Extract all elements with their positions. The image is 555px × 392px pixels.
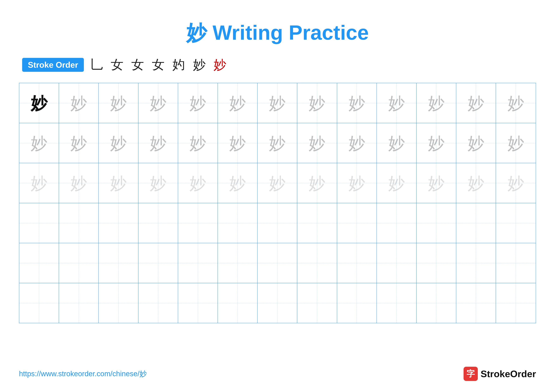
- grid-cell[interactable]: 妙: [416, 123, 456, 163]
- grid-cell[interactable]: 妙: [297, 123, 337, 163]
- grid-cell[interactable]: 妙: [218, 83, 258, 123]
- grid-cell[interactable]: [456, 203, 496, 243]
- cell-character: 妙: [349, 175, 365, 191]
- grid-cell[interactable]: 妙: [19, 163, 59, 203]
- grid-cell[interactable]: 妙: [377, 163, 416, 203]
- grid-cell[interactable]: [258, 243, 297, 283]
- cell-character: 妙: [269, 135, 285, 151]
- grid-cell[interactable]: [99, 203, 139, 243]
- grid-cell[interactable]: [218, 243, 258, 283]
- grid-cell[interactable]: 妙: [496, 163, 536, 203]
- grid-cell[interactable]: 妙: [456, 83, 496, 123]
- grid-cell[interactable]: 妙: [258, 163, 297, 203]
- brand-icon: 字: [464, 367, 478, 381]
- cell-character: 妙: [269, 95, 285, 111]
- grid-cell[interactable]: 妙: [377, 83, 416, 123]
- stroke-step-6: 妙: [193, 56, 206, 73]
- grid-cell[interactable]: 妙: [59, 83, 99, 123]
- grid-cell[interactable]: [377, 283, 416, 323]
- grid-cell[interactable]: [337, 243, 377, 283]
- grid-cell[interactable]: [377, 243, 416, 283]
- grid-cell[interactable]: 妙: [139, 163, 178, 203]
- cell-character: 妙: [428, 175, 445, 191]
- grid-cell[interactable]: [178, 283, 218, 323]
- cell-character: 妙: [468, 95, 484, 111]
- grid-cell[interactable]: [139, 283, 178, 323]
- grid-cell[interactable]: [178, 243, 218, 283]
- grid-cell[interactable]: [496, 203, 536, 243]
- grid-cell[interactable]: 妙: [258, 83, 297, 123]
- grid-cell[interactable]: [496, 283, 536, 323]
- grid-cell[interactable]: 妙: [19, 83, 59, 123]
- grid-cell[interactable]: [19, 243, 59, 283]
- grid-cell[interactable]: 妙: [218, 163, 258, 203]
- grid-cell[interactable]: [19, 283, 59, 323]
- grid-cell[interactable]: 妙: [258, 123, 297, 163]
- grid-cell[interactable]: 妙: [59, 163, 99, 203]
- grid-cell[interactable]: [99, 283, 139, 323]
- grid-cell[interactable]: 妙: [496, 123, 536, 163]
- grid-cell[interactable]: [337, 203, 377, 243]
- grid-cell[interactable]: 妙: [297, 83, 337, 123]
- grid-cell[interactable]: 妙: [139, 123, 178, 163]
- grid-cell[interactable]: 妙: [456, 123, 496, 163]
- grid-cell[interactable]: [337, 283, 377, 323]
- grid-cell[interactable]: 妙: [456, 163, 496, 203]
- grid-cell[interactable]: [496, 243, 536, 283]
- grid-cell[interactable]: [139, 243, 178, 283]
- grid-cell[interactable]: [59, 243, 99, 283]
- grid-cell[interactable]: [297, 203, 337, 243]
- footer-url[interactable]: https://www.strokeorder.com/chinese/妙: [19, 369, 147, 379]
- grid-cell[interactable]: 妙: [496, 83, 536, 123]
- grid-cell[interactable]: 妙: [416, 83, 456, 123]
- grid-cell[interactable]: 妙: [337, 83, 377, 123]
- grid-cell[interactable]: [377, 203, 416, 243]
- brand-name: StrokeOrder: [481, 368, 536, 379]
- cell-character: 妙: [229, 95, 246, 111]
- grid-cell[interactable]: 妙: [337, 163, 377, 203]
- cell-character: 妙: [388, 135, 405, 151]
- grid-cell[interactable]: [416, 283, 456, 323]
- grid-cell[interactable]: [297, 283, 337, 323]
- grid-cell[interactable]: 妙: [178, 83, 218, 123]
- cell-character: 妙: [508, 95, 524, 111]
- cell-character: 妙: [31, 95, 47, 111]
- grid-cell[interactable]: [258, 283, 297, 323]
- grid-cell[interactable]: [19, 203, 59, 243]
- grid-cell[interactable]: 妙: [99, 163, 139, 203]
- grid-cell[interactable]: [99, 243, 139, 283]
- grid-cell[interactable]: 妙: [337, 123, 377, 163]
- cell-character: 妙: [110, 95, 127, 111]
- grid-cell[interactable]: 妙: [59, 123, 99, 163]
- grid-cell[interactable]: [416, 243, 456, 283]
- grid-cell[interactable]: [139, 203, 178, 243]
- stroke-step-5: 妁: [172, 56, 185, 73]
- cell-character: 妙: [428, 135, 445, 151]
- grid-cell[interactable]: 妙: [99, 123, 139, 163]
- grid-cell[interactable]: 妙: [178, 163, 218, 203]
- grid-cell[interactable]: [456, 243, 496, 283]
- cell-character: 妙: [309, 95, 325, 111]
- grid-cell[interactable]: 妙: [297, 163, 337, 203]
- grid-cell[interactable]: [59, 203, 99, 243]
- grid-cell[interactable]: 妙: [377, 123, 416, 163]
- cell-character: 妙: [110, 175, 127, 191]
- grid-cell[interactable]: 妙: [19, 123, 59, 163]
- grid-cell[interactable]: [258, 203, 297, 243]
- grid-cell[interactable]: 妙: [139, 83, 178, 123]
- grid-cell[interactable]: [178, 203, 218, 243]
- cell-character: 妙: [70, 175, 87, 191]
- stroke-step-1: 乚: [90, 56, 103, 73]
- grid-cell[interactable]: 妙: [218, 123, 258, 163]
- grid-cell[interactable]: [59, 283, 99, 323]
- grid-cell[interactable]: 妙: [178, 123, 218, 163]
- grid-cell[interactable]: [297, 243, 337, 283]
- grid-cell[interactable]: [456, 283, 496, 323]
- cell-character: 妙: [309, 135, 325, 151]
- grid-cell[interactable]: 妙: [99, 83, 139, 123]
- grid-cell[interactable]: [218, 283, 258, 323]
- grid-cell[interactable]: [218, 203, 258, 243]
- grid-cell[interactable]: 妙: [416, 163, 456, 203]
- stroke-steps: 乚 女 女 女 妁 妙 妙: [90, 56, 226, 73]
- grid-cell[interactable]: [416, 203, 456, 243]
